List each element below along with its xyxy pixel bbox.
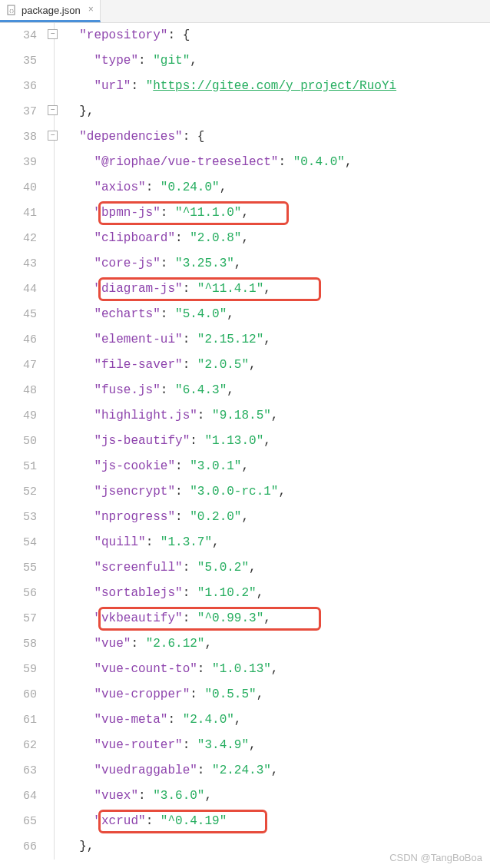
dep-vue: "vue": "2.6.12",: [65, 631, 490, 657]
line-number: 51: [0, 454, 37, 479]
repository-url: "url": "https://gitee.com/y_project/RuoY…: [65, 74, 490, 99]
line-number: 54: [0, 530, 37, 555]
line-number: 52: [0, 479, 37, 505]
fold-toggle-icon[interactable]: −: [48, 29, 58, 39]
dependencies-open: "dependencies": {: [65, 124, 490, 150]
dep-vue-cropper: "vue-cropper": "0.5.5",: [65, 682, 490, 707]
code-area[interactable]: "repository": { "type": "git", "url": "h…: [61, 23, 490, 860]
tab-bar: {} package.json ×: [0, 0, 490, 23]
dep-diagram-js: "diagram-js": "^11.4.1",: [65, 277, 490, 302]
dep-xcrud: "xcrud": "^0.4.19": [65, 809, 490, 834]
tab-filename: package.json: [22, 5, 81, 16]
dep-vuex: "vuex": "3.6.0",: [65, 784, 490, 809]
line-number: 44: [0, 277, 37, 302]
dep-file-saver: "file-saver": "2.0.5",: [65, 353, 490, 378]
dep-sortablejs: "sortablejs": "1.10.2",: [65, 581, 490, 606]
dep-highlight-js: "highlight.js": "9.18.5",: [65, 403, 490, 429]
fold-gutter: −−−: [46, 23, 61, 860]
dep-js-beautify: "js-beautify": "1.13.0",: [65, 429, 490, 454]
line-number: 40: [0, 175, 37, 200]
fold-toggle-icon[interactable]: −: [48, 131, 58, 141]
dep-echarts: "echarts": "5.4.0",: [65, 302, 490, 327]
dep-core-js: "core-js": "3.25.3",: [65, 251, 490, 277]
line-number: 37: [0, 99, 37, 124]
dep-js-cookie: "js-cookie": "3.0.1",: [65, 454, 490, 479]
line-number: 63: [0, 758, 37, 784]
dep-vue-count-to: "vue-count-to": "1.0.13",: [65, 657, 490, 682]
repository-type: "type": "git",: [65, 48, 490, 74]
line-number: 64: [0, 784, 37, 809]
line-number: 47: [0, 353, 37, 378]
line-number: 41: [0, 200, 37, 226]
line-number: 66: [0, 834, 37, 860]
line-number: 49: [0, 403, 37, 429]
fold-toggle-icon[interactable]: −: [48, 105, 58, 115]
json-file-icon: {}: [6, 5, 17, 15]
dep-vuedraggable: "vuedraggable": "2.24.3",: [65, 758, 490, 784]
close-icon[interactable]: ×: [88, 5, 94, 15]
dep-vkbeautify: "vkbeautify": "^0.99.3",: [65, 606, 490, 631]
svg-text:{}: {}: [9, 8, 15, 14]
line-number: 55: [0, 555, 37, 581]
line-number: 50: [0, 429, 37, 454]
line-number: 56: [0, 581, 37, 606]
line-number: 35: [0, 48, 37, 74]
line-number: 62: [0, 733, 37, 758]
line-number: 57: [0, 606, 37, 631]
dep-fuse-js: "fuse.js": "6.4.3",: [65, 378, 490, 403]
repository-open: "repository": {: [65, 23, 490, 48]
line-number: 39: [0, 150, 37, 175]
line-number: 65: [0, 809, 37, 834]
line-number: 34: [0, 23, 37, 48]
dep-bpmn-js: "bpmn-js": "^11.1.0",: [65, 200, 490, 226]
code-editor[interactable]: 3435363738394041424344454647484950515253…: [0, 23, 490, 860]
line-number: 60: [0, 682, 37, 707]
dep-jsencrypt: "jsencrypt": "3.0.0-rc.1",: [65, 479, 490, 505]
line-number-gutter: 3435363738394041424344454647484950515253…: [0, 23, 46, 860]
watermark: CSDN @TangBoBoa: [389, 852, 482, 863]
file-tab[interactable]: {} package.json ×: [0, 0, 101, 22]
repository-close: },: [65, 99, 490, 124]
line-number: 36: [0, 74, 37, 99]
dep-screenfull: "screenfull": "5.0.2",: [65, 555, 490, 581]
line-number: 53: [0, 505, 37, 530]
dep-vue-meta: "vue-meta": "2.4.0",: [65, 707, 490, 733]
dep-element-ui: "element-ui": "2.15.12",: [65, 327, 490, 353]
line-number: 46: [0, 327, 37, 353]
line-number: 43: [0, 251, 37, 277]
line-number: 61: [0, 707, 37, 733]
line-number: 45: [0, 302, 37, 327]
dep-vue-router: "vue-router": "3.4.9",: [65, 733, 490, 758]
line-number: 58: [0, 631, 37, 657]
dep--riophae-vue-treeselect: "@riophae/vue-treeselect": "0.4.0",: [65, 150, 490, 175]
dep-nprogress: "nprogress": "0.2.0",: [65, 505, 490, 530]
dep-clipboard: "clipboard": "2.0.8",: [65, 226, 490, 251]
line-number: 42: [0, 226, 37, 251]
dep-axios: "axios": "0.24.0",: [65, 175, 490, 200]
line-number: 59: [0, 657, 37, 682]
dep-quill: "quill": "1.3.7",: [65, 530, 490, 555]
line-number: 38: [0, 124, 37, 150]
line-number: 48: [0, 378, 37, 403]
